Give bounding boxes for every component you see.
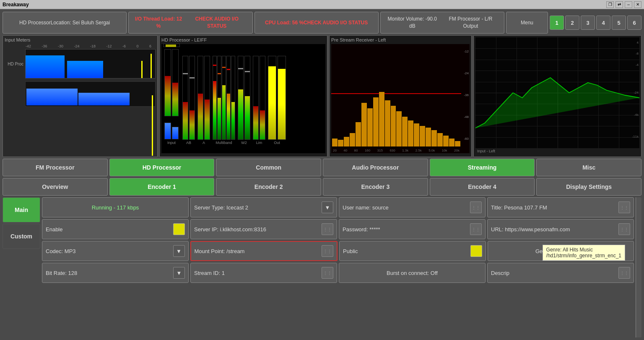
password-dots-btn[interactable]: ⋮⋮ [470, 223, 482, 235]
io-thread-line2: CHECK AUDIO I/O STATUS [185, 16, 249, 30]
input-meters-panel: Input Meters -42-36-30-24-18-12-606 HD P… [3, 35, 158, 157]
title-dots-btn[interactable]: ⋮⋮ [618, 201, 630, 213]
stream-id-label: Stream ID: 1 [194, 270, 225, 276]
monitor-line1: Monitor Volume: -90.0 dB [384, 16, 441, 30]
tab-custom[interactable]: Custom [3, 224, 40, 249]
vu-label-lim: Lim [256, 141, 262, 145]
preset-btn-6[interactable]: 6 [627, 16, 641, 30]
minimize-btn[interactable]: – [625, 1, 632, 8]
preset-btn-1[interactable]: 1 [550, 16, 564, 30]
url-cell[interactable]: URL: https://www.pesonafm.com ⋮⋮ [487, 219, 634, 239]
hdproc-meter [25, 49, 156, 78]
processor-line2: Location: Sei Buluh Sergai [51, 19, 110, 26]
vu-meters-container: Input [161, 44, 325, 153]
meters-section: Input Meters -42-36-30-24-18-12-606 HD P… [3, 35, 641, 157]
nav-streaming[interactable]: Streaming [430, 159, 535, 176]
title-bar: Breakaway ❐ ⇄ – ✕ [0, 0, 644, 9]
cpu-line2: CHECK AUDIO I/O STATUS [304, 19, 368, 26]
side-tabs: Main Custom [3, 197, 40, 337]
public-indicator[interactable] [470, 245, 482, 257]
processor-line1: HD Processor [19, 19, 51, 26]
vu-label-out: Out [274, 141, 280, 145]
maximize-btn[interactable]: ⇄ [615, 1, 623, 8]
server-ip-label: Server IP: i.klikhost.com:8316 [194, 226, 266, 233]
stream-id-cell[interactable]: Stream ID: 1 ⋮⋮ [190, 263, 337, 283]
restore-btn[interactable]: ❐ [606, 1, 614, 8]
url-dots-btn[interactable]: ⋮⋮ [618, 223, 630, 235]
server-ip-cell[interactable]: Server IP: i.klikhost.com:8316 ⋮⋮ [190, 219, 337, 239]
status-bar: HD Processor Location: Sei Buluh Sergai … [3, 12, 641, 34]
form-row-2: Enable Server IP: i.klikhost.com:8316 ⋮⋮… [42, 219, 634, 239]
public-cell[interactable]: Public [339, 241, 486, 261]
genre-cell[interactable]: Genre: All Hits Music Genre: All Hits Mu… [488, 241, 634, 261]
nav-encoder-2[interactable]: Encoder 2 [216, 178, 321, 196]
mount-point-dots-btn[interactable]: ⋮⋮ [322, 245, 333, 257]
username-cell[interactable]: User name: source ⋮⋮ [339, 197, 486, 217]
enable-cell[interactable]: Enable [42, 219, 189, 239]
stream-id-dots-btn[interactable]: ⋮⋮ [322, 267, 333, 279]
nav-overview[interactable]: Overview [3, 178, 108, 196]
mount-point-label: Mount Point: /stream [195, 248, 245, 254]
vu-ab: AB [182, 56, 195, 145]
preset-btn-2[interactable]: 2 [565, 16, 579, 30]
server-type-dropdown[interactable]: ▼ [322, 201, 333, 213]
url-label: URL: https://www.pesonafm.com [491, 226, 570, 233]
password-cell[interactable]: Password: ***** ⋮⋮ [339, 219, 486, 239]
bit-rate-dropdown[interactable]: ▼ [173, 267, 185, 279]
title-label: Title: Pesona 107.7 FM [491, 204, 547, 211]
codec-dropdown[interactable]: ▼ [173, 245, 185, 257]
genre-tooltip: Genre: All Hits Music /hd1/strm/info_gen… [543, 245, 625, 261]
input-meters-label: Input Meters [5, 37, 156, 42]
nav-fm-processor[interactable]: FM Processor [3, 159, 108, 176]
tab-main[interactable]: Main [3, 197, 40, 222]
username-dots-btn[interactable]: ⋮⋮ [470, 201, 482, 213]
hd-processor-title: HD Processor - LEIFF [161, 37, 325, 42]
vu-out: Out [268, 56, 286, 145]
nav-common[interactable]: Common [216, 159, 321, 176]
form-row-4: Bit Rate: 128 ▼ Stream ID: 1 ⋮⋮ Burst on… [42, 263, 634, 283]
vu-label-ab: AB [186, 141, 191, 145]
vu-lim: Lim [253, 56, 265, 145]
nav-encoder-4[interactable]: Encoder 4 [430, 178, 535, 196]
form-row-1: Running - 117 kbps Server Type: Icecast … [42, 197, 634, 217]
nav-display-settings[interactable]: Display Settings [536, 178, 641, 196]
nav-encoder-1[interactable]: Encoder 1 [109, 178, 215, 196]
processor-status: HD Processor Location: Sei Buluh Sergai [3, 12, 127, 34]
preset-btn-5[interactable]: 5 [612, 16, 626, 30]
preset-btn-3[interactable]: 3 [581, 16, 595, 30]
vu-label-a: A [203, 141, 205, 145]
nav-hd-processor[interactable]: HD Processor [109, 159, 215, 176]
encoder-form: Running - 117 kbps Server Type: Icecast … [42, 197, 634, 337]
nav-row-2: Overview Encoder 1 Encoder 2 Encoder 3 E… [3, 178, 641, 196]
nav-row-1: FM Processor HD Processor Common Audio P… [3, 159, 641, 176]
scrollbar-right[interactable] [636, 197, 641, 337]
codec-label: Codec: MP3 [46, 248, 76, 254]
app-title: Breakaway [3, 2, 29, 8]
mount-point-cell[interactable]: Mount Point: /stream ⋮⋮ [190, 241, 338, 261]
description-dots-btn[interactable]: ⋮⋮ [618, 267, 630, 279]
burst-connect-label: Burst on connect: Off [387, 270, 438, 276]
server-type-cell[interactable]: Server Type: Icecast 2 ▼ [190, 197, 337, 217]
description-cell[interactable]: Descrip ⋮⋮ [487, 263, 634, 283]
title-cell[interactable]: Title: Pesona 107.7 FM ⋮⋮ [487, 197, 634, 217]
nav-misc[interactable]: Misc [536, 159, 641, 176]
codec-cell[interactable]: Codec: MP3 ▼ [42, 241, 189, 261]
menu-button[interactable]: Menu [506, 12, 548, 34]
server-ip-dots-btn[interactable]: ⋮⋮ [322, 223, 333, 235]
io-thread-line1: I/O Thread Load: 12 % [132, 16, 185, 30]
nav-audio-processor[interactable]: Audio Processor [323, 159, 428, 176]
running-status: Running - 117 kbps [92, 204, 139, 211]
cpu-line1: CPU Load: 56 % [265, 19, 304, 26]
status-cell: Running - 117 kbps [42, 197, 189, 217]
bit-rate-label: Bit Rate: 128 [46, 270, 77, 276]
eq-canvas: 4 -8 -4 -24 -4k -11k [475, 37, 639, 148]
eq-panel-label: Input - Left [475, 148, 639, 154]
bit-rate-cell[interactable]: Bit Rate: 128 ▼ [42, 263, 189, 283]
close-btn[interactable]: ✕ [634, 1, 641, 8]
nav-encoder-3[interactable]: Encoder 3 [323, 178, 428, 196]
preset-buttons[interactable]: 1 2 3 4 5 6 [550, 12, 641, 34]
enable-indicator[interactable] [173, 223, 185, 235]
window-controls[interactable]: ❐ ⇄ – ✕ [606, 1, 641, 8]
burst-connect-cell[interactable]: Burst on connect: Off [339, 263, 486, 283]
preset-btn-4[interactable]: 4 [596, 16, 610, 30]
